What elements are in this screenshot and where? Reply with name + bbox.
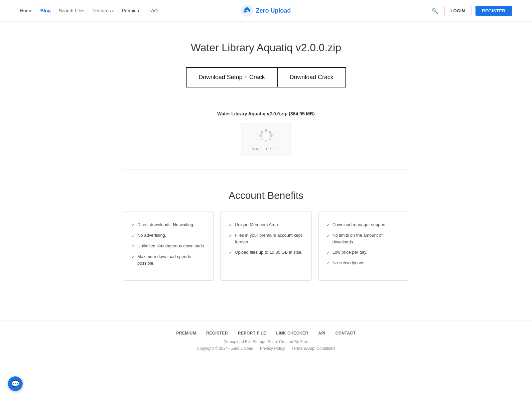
benefit-item: ✓ Upload files up to 10.80 GB in size. bbox=[229, 249, 303, 256]
download-box: Water Library Aquatiq v2.0.0.zip (364.95… bbox=[123, 101, 409, 170]
spinner-dot-5 bbox=[265, 140, 267, 142]
benefit-item: ✓ Maximum download speeds possible. bbox=[131, 253, 205, 266]
wait-text: WAIT 10 SEC. bbox=[252, 147, 280, 151]
benefit-item: ✓ Unlimited simultaneous downloads. bbox=[131, 243, 205, 249]
benefit-item: ✓ Direct downloads. No waiting. bbox=[131, 221, 205, 228]
spinner-dot-7 bbox=[259, 134, 262, 137]
footer-link-report-file[interactable]: REPORT FILE bbox=[238, 331, 266, 335]
register-button[interactable]: REGISTER bbox=[475, 6, 512, 16]
spinner-dot-4 bbox=[269, 138, 271, 140]
footer: PREMIUM REGISTER REPORT FILE LINK CHECKE… bbox=[0, 321, 532, 361]
nav-faq[interactable]: FAQ bbox=[148, 8, 158, 13]
navbar: Home Blog Search Files Features ▾ Premiu… bbox=[0, 0, 532, 22]
logo-text: Zero Upload bbox=[256, 7, 291, 14]
benefit-card-1: ✓ Direct downloads. No waiting. ✓ No adv… bbox=[123, 211, 214, 281]
check-icon: ✓ bbox=[131, 233, 135, 239]
check-icon: ✓ bbox=[327, 233, 330, 239]
footer-link-checker[interactable]: LINK CHECKER bbox=[276, 331, 308, 335]
footer-link-contact[interactable]: CONTACT bbox=[335, 331, 356, 335]
benefit-card-3: ✓ Download manager support. ✓ No limits … bbox=[318, 211, 409, 281]
benefit-item: ✓ No limits on the amount of downloads. bbox=[327, 232, 401, 245]
footer-link-premium[interactable]: PREMIUM bbox=[176, 331, 196, 335]
login-button[interactable]: LOGIN bbox=[444, 6, 471, 16]
nav-features[interactable]: Features ▾ bbox=[92, 8, 114, 13]
spinner-dot-1 bbox=[265, 129, 267, 132]
benefits-title: Account Benefits bbox=[123, 190, 409, 201]
benefit-item: ✓ No subscriptions. bbox=[327, 260, 401, 266]
benefit-item: ✓ Low price per day. bbox=[327, 249, 401, 256]
nav-premium[interactable]: Premium bbox=[122, 8, 140, 13]
check-icon: ✓ bbox=[229, 250, 232, 256]
check-icon: ✓ bbox=[229, 222, 232, 228]
footer-link-register[interactable]: REGISTER bbox=[206, 331, 228, 335]
footer-link-api[interactable]: API bbox=[318, 331, 326, 335]
footer-privacy[interactable]: Privacy Policy bbox=[260, 346, 285, 351]
loader-box: WAIT 10 SEC. bbox=[241, 123, 291, 156]
search-icon[interactable]: 🔍 bbox=[430, 6, 440, 16]
spinner-dot-8 bbox=[261, 131, 263, 134]
nav-blog[interactable]: Blog bbox=[40, 8, 51, 13]
site-logo[interactable]: Zero Upload bbox=[241, 5, 291, 17]
footer-credit: Zeroupload File Storage Script Created B… bbox=[7, 339, 525, 344]
download-btn-group: Download Setup + Crack Download Crack bbox=[186, 67, 346, 87]
download-setup-crack-button[interactable]: Download Setup + Crack bbox=[187, 68, 278, 87]
benefit-item: ✓ Files in your premium account kept for… bbox=[229, 232, 303, 245]
check-icon: ✓ bbox=[131, 222, 135, 228]
nav-search-files[interactable]: Search Files bbox=[59, 8, 84, 13]
spinner bbox=[259, 128, 273, 143]
check-icon: ✓ bbox=[131, 254, 135, 260]
benefit-card-2: ✓ Unique Members Area ✓ Files in your pr… bbox=[220, 211, 311, 281]
check-icon: ✓ bbox=[229, 233, 232, 239]
benefit-item: ✓ No advertising. bbox=[131, 232, 205, 239]
footer-links: PREMIUM REGISTER REPORT FILE LINK CHECKE… bbox=[7, 331, 525, 335]
nav-links: Home Blog Search Files Features ▾ Premiu… bbox=[20, 8, 158, 13]
benefits-cards: ✓ Direct downloads. No waiting. ✓ No adv… bbox=[123, 211, 409, 281]
check-icon: ✓ bbox=[327, 222, 330, 228]
benefit-item: ✓ Unique Members Area bbox=[229, 221, 303, 228]
file-info: Water Library Aquatiq v2.0.0.zip (364.95… bbox=[130, 111, 402, 116]
benefit-item: ✓ Download manager support. bbox=[327, 221, 401, 228]
download-crack-button[interactable]: Download Crack bbox=[278, 68, 345, 87]
main-content: Water Library Aquatiq v2.0.0.zip Downloa… bbox=[116, 22, 416, 321]
nav-actions: 🔍 LOGIN REGISTER bbox=[430, 6, 512, 16]
logo-icon bbox=[241, 5, 253, 17]
page-title: Water Library Aquatiq v2.0.0.zip bbox=[123, 42, 409, 54]
nav-home[interactable]: Home bbox=[20, 8, 32, 13]
spinner-dot-3 bbox=[270, 134, 273, 137]
footer-terms[interactable]: Terms &Amp; Conditions bbox=[291, 346, 335, 351]
check-icon: ✓ bbox=[327, 260, 330, 266]
download-buttons-container: Download Setup + Crack Download Crack bbox=[123, 67, 409, 87]
spinner-dot-6 bbox=[261, 138, 263, 140]
footer-copyright: Copyright © 2024 - Zero Upload bbox=[197, 346, 253, 351]
check-icon: ✓ bbox=[131, 243, 135, 249]
footer-bottom: Copyright © 2024 - Zero Upload Privacy P… bbox=[7, 346, 525, 351]
chevron-down-icon: ▾ bbox=[112, 9, 114, 13]
spinner-dot-2 bbox=[269, 131, 271, 134]
check-icon: ✓ bbox=[327, 250, 330, 256]
